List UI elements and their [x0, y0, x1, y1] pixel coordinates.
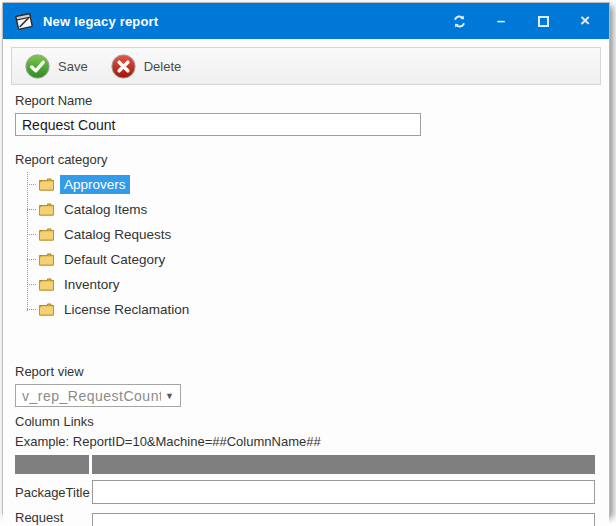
delete-button[interactable]: Delete [106, 51, 186, 82]
delete-button-label: Delete [144, 59, 182, 74]
chevron-down-icon: ▼ [165, 391, 174, 401]
table-row: PackageTitle [15, 480, 595, 504]
report-view-select[interactable]: v_rep_RequestCount ▼ [15, 384, 181, 407]
folder-icon [38, 227, 56, 242]
tree-item-label: Catalog Requests [60, 225, 175, 244]
folder-icon [38, 252, 56, 267]
save-check-icon [24, 53, 51, 80]
category-tree: Approvers Catalog Items Catalog Requests [15, 172, 597, 324]
report-view-value: v_rep_RequestCount [22, 388, 161, 404]
maximize-icon[interactable] [535, 13, 551, 29]
save-button[interactable]: Save [20, 51, 92, 82]
refresh-icon[interactable] [451, 13, 467, 29]
folder-icon [38, 277, 56, 292]
request-count-link-input[interactable] [92, 513, 595, 526]
table-row: Request Count [15, 510, 595, 526]
column-links-label: Column Links [15, 414, 597, 429]
dialog-window: New legacy report – × [2, 2, 610, 514]
report-view-label: Report view [15, 364, 597, 379]
column-link-name: Request Count [15, 510, 92, 526]
packagetitle-link-input[interactable] [92, 480, 595, 504]
report-category-label: Report category [15, 152, 597, 167]
report-name-label: Report Name [15, 93, 597, 108]
tree-item-default-category[interactable]: Default Category [27, 247, 597, 272]
folder-icon [38, 177, 56, 192]
window-controls: – × [451, 13, 599, 29]
tree-item-label: License Reclamation [60, 300, 193, 319]
tree-item-catalog-requests[interactable]: Catalog Requests [27, 222, 597, 247]
close-icon[interactable]: × [577, 13, 593, 29]
tree-item-label: Catalog Items [60, 200, 151, 219]
title-bar: New legacy report – × [3, 3, 609, 39]
dialog-content: Report Name Report category Approvers Ca [3, 85, 609, 526]
table-header-row [15, 455, 595, 474]
tree-item-inventory[interactable]: Inventory [27, 272, 597, 297]
window-title: New legacy report [43, 14, 451, 29]
column-links-table: PackageTitle Request Count [15, 455, 595, 526]
minimize-icon[interactable]: – [493, 13, 509, 29]
table-header-cell [92, 455, 595, 474]
tree-item-catalog-items[interactable]: Catalog Items [27, 197, 597, 222]
tree-item-label: Inventory [60, 275, 124, 294]
tree-item-license-reclamation[interactable]: License Reclamation [27, 297, 597, 322]
toolbar: Save Delete [11, 47, 601, 85]
column-link-name: PackageTitle [15, 485, 92, 500]
tree-item-label: Approvers [60, 175, 130, 194]
folder-icon [38, 202, 56, 217]
table-header-cell [15, 455, 89, 474]
tree-item-approvers[interactable]: Approvers [27, 172, 597, 197]
report-note-icon [13, 11, 35, 31]
tree-item-label: Default Category [60, 250, 169, 269]
folder-icon [38, 302, 56, 317]
save-button-label: Save [58, 59, 88, 74]
report-name-input[interactable] [15, 113, 421, 136]
delete-x-icon [110, 53, 137, 80]
column-links-example: Example: ReportID=10&Machine=##ColumnNam… [15, 434, 597, 449]
